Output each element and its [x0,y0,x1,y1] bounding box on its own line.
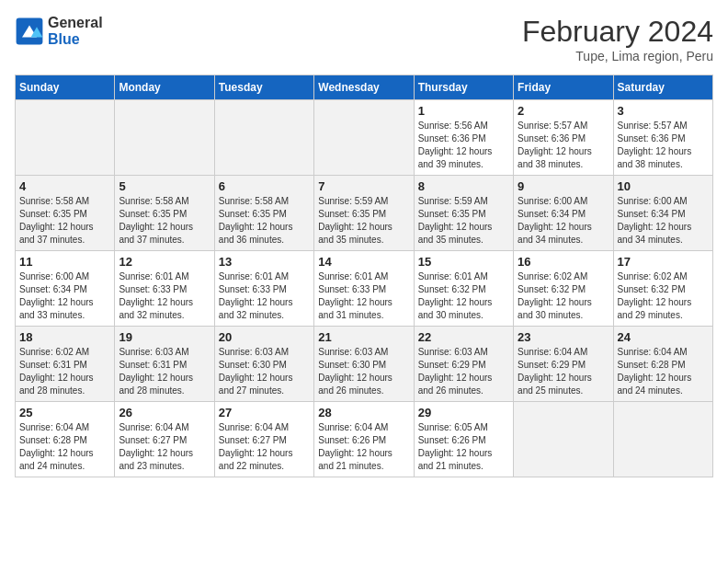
calendar-cell: 3Sunrise: 5:57 AMSunset: 6:36 PMDaylight… [613,100,712,176]
day-info: Sunrise: 6:01 AMSunset: 6:33 PMDaylight:… [219,270,310,322]
day-info: Sunrise: 5:59 AMSunset: 6:35 PMDaylight:… [318,195,409,247]
day-number: 4 [19,179,110,193]
day-number: 22 [418,330,509,344]
day-info: Sunrise: 5:59 AMSunset: 6:35 PMDaylight:… [418,195,509,247]
calendar-cell: 14Sunrise: 6:01 AMSunset: 6:33 PMDayligh… [314,251,414,327]
day-number: 25 [19,406,110,419]
day-number: 21 [318,330,409,344]
calendar-cell [514,402,613,477]
day-number: 3 [618,104,709,118]
weekday-header: Friday [514,75,613,100]
calendar-cell [115,100,214,176]
day-info: Sunrise: 6:03 AMSunset: 6:29 PMDaylight:… [418,346,509,397]
day-info: Sunrise: 6:00 AMSunset: 6:34 PMDaylight:… [518,195,609,247]
day-number: 13 [219,255,310,269]
weekday-header: Tuesday [214,75,313,100]
calendar-cell: 10Sunrise: 6:00 AMSunset: 6:34 PMDayligh… [613,176,712,251]
calendar-cell: 29Sunrise: 6:05 AMSunset: 6:26 PMDayligh… [414,402,513,477]
day-info: Sunrise: 6:04 AMSunset: 6:29 PMDaylight:… [518,346,609,397]
calendar-week-row: 1Sunrise: 5:56 AMSunset: 6:36 PMDaylight… [16,100,713,176]
weekday-header: Wednesday [314,75,414,100]
calendar-cell: 26Sunrise: 6:04 AMSunset: 6:27 PMDayligh… [115,402,214,477]
day-number: 20 [219,330,310,344]
calendar-header-row: SundayMondayTuesdayWednesdayThursdayFrid… [16,75,713,100]
calendar-cell: 13Sunrise: 6:01 AMSunset: 6:33 PMDayligh… [214,251,313,327]
day-info: Sunrise: 6:02 AMSunset: 6:31 PMDaylight:… [19,346,110,397]
day-info: Sunrise: 5:58 AMSunset: 6:35 PMDaylight:… [219,195,310,247]
day-number: 2 [518,104,609,118]
calendar-cell: 16Sunrise: 6:02 AMSunset: 6:32 PMDayligh… [514,251,613,327]
calendar-cell: 8Sunrise: 5:59 AMSunset: 6:35 PMDaylight… [414,176,513,251]
day-number: 15 [418,255,509,269]
title-block: February 2024 Tupe, Lima region, Peru [522,15,713,63]
day-number: 1 [418,104,509,118]
calendar-cell: 2Sunrise: 5:57 AMSunset: 6:36 PMDaylight… [514,100,613,176]
calendar-cell: 1Sunrise: 5:56 AMSunset: 6:36 PMDaylight… [414,100,513,176]
day-info: Sunrise: 6:05 AMSunset: 6:26 PMDaylight:… [418,421,509,473]
calendar-cell: 17Sunrise: 6:02 AMSunset: 6:32 PMDayligh… [613,251,712,327]
calendar-cell: 20Sunrise: 6:03 AMSunset: 6:30 PMDayligh… [214,327,313,402]
day-info: Sunrise: 6:03 AMSunset: 6:30 PMDaylight:… [318,346,409,397]
day-number: 6 [219,179,310,193]
calendar-cell: 15Sunrise: 6:01 AMSunset: 6:32 PMDayligh… [414,251,513,327]
day-number: 8 [418,179,509,193]
calendar-cell: 9Sunrise: 6:00 AMSunset: 6:34 PMDaylight… [514,176,613,251]
day-info: Sunrise: 5:56 AMSunset: 6:36 PMDaylight:… [418,120,509,171]
day-number: 26 [119,406,210,419]
calendar-cell: 22Sunrise: 6:03 AMSunset: 6:29 PMDayligh… [414,327,513,402]
day-info: Sunrise: 5:57 AMSunset: 6:36 PMDaylight:… [518,120,609,171]
day-info: Sunrise: 6:01 AMSunset: 6:32 PMDaylight:… [418,270,509,322]
day-number: 10 [618,179,709,193]
day-number: 9 [518,179,609,193]
day-info: Sunrise: 6:04 AMSunset: 6:28 PMDaylight:… [618,346,709,397]
day-number: 23 [518,330,609,344]
day-info: Sunrise: 5:57 AMSunset: 6:36 PMDaylight:… [618,120,709,171]
weekday-header: Thursday [414,75,513,100]
day-number: 17 [618,255,709,269]
calendar-cell: 7Sunrise: 5:59 AMSunset: 6:35 PMDaylight… [314,176,414,251]
day-info: Sunrise: 6:01 AMSunset: 6:33 PMDaylight:… [318,270,409,322]
day-number: 16 [518,255,609,269]
calendar-cell: 6Sunrise: 5:58 AMSunset: 6:35 PMDaylight… [214,176,313,251]
day-info: Sunrise: 5:58 AMSunset: 6:35 PMDaylight:… [19,195,110,247]
calendar-week-row: 25Sunrise: 6:04 AMSunset: 6:28 PMDayligh… [16,402,713,477]
main-title: February 2024 [522,15,713,49]
calendar-cell [314,100,414,176]
logo: General Blue [15,15,103,48]
calendar-cell [613,402,712,477]
calendar-cell: 11Sunrise: 6:00 AMSunset: 6:34 PMDayligh… [16,251,115,327]
calendar-table: SundayMondayTuesdayWednesdayThursdayFrid… [15,75,713,477]
day-number: 27 [219,406,310,419]
day-number: 19 [119,330,210,344]
day-number: 24 [618,330,709,344]
calendar-cell [16,100,115,176]
day-info: Sunrise: 6:04 AMSunset: 6:26 PMDaylight:… [318,421,409,473]
day-number: 28 [318,406,409,419]
day-info: Sunrise: 5:58 AMSunset: 6:35 PMDaylight:… [119,195,210,247]
logo-text-line1: General [48,15,103,31]
day-number: 14 [318,255,409,269]
day-number: 29 [418,406,509,419]
calendar-cell: 27Sunrise: 6:04 AMSunset: 6:27 PMDayligh… [214,402,313,477]
day-info: Sunrise: 6:03 AMSunset: 6:31 PMDaylight:… [119,346,210,397]
subtitle: Tupe, Lima region, Peru [522,49,713,63]
calendar-cell: 19Sunrise: 6:03 AMSunset: 6:31 PMDayligh… [115,327,214,402]
day-info: Sunrise: 6:04 AMSunset: 6:27 PMDaylight:… [119,421,210,473]
calendar-week-row: 18Sunrise: 6:02 AMSunset: 6:31 PMDayligh… [16,327,713,402]
calendar-cell: 28Sunrise: 6:04 AMSunset: 6:26 PMDayligh… [314,402,414,477]
day-number: 11 [19,255,110,269]
day-info: Sunrise: 6:04 AMSunset: 6:28 PMDaylight:… [19,421,110,473]
calendar-cell: 21Sunrise: 6:03 AMSunset: 6:30 PMDayligh… [314,327,414,402]
day-info: Sunrise: 6:03 AMSunset: 6:30 PMDaylight:… [219,346,310,397]
calendar-cell: 23Sunrise: 6:04 AMSunset: 6:29 PMDayligh… [514,327,613,402]
day-number: 7 [318,179,409,193]
logo-icon [15,17,44,46]
day-number: 18 [19,330,110,344]
calendar-cell: 4Sunrise: 5:58 AMSunset: 6:35 PMDaylight… [16,176,115,251]
calendar-cell: 25Sunrise: 6:04 AMSunset: 6:28 PMDayligh… [16,402,115,477]
calendar-cell [214,100,313,176]
day-info: Sunrise: 6:04 AMSunset: 6:27 PMDaylight:… [219,421,310,473]
day-number: 5 [119,179,210,193]
day-info: Sunrise: 6:02 AMSunset: 6:32 PMDaylight:… [518,270,609,322]
calendar-week-row: 11Sunrise: 6:00 AMSunset: 6:34 PMDayligh… [16,251,713,327]
